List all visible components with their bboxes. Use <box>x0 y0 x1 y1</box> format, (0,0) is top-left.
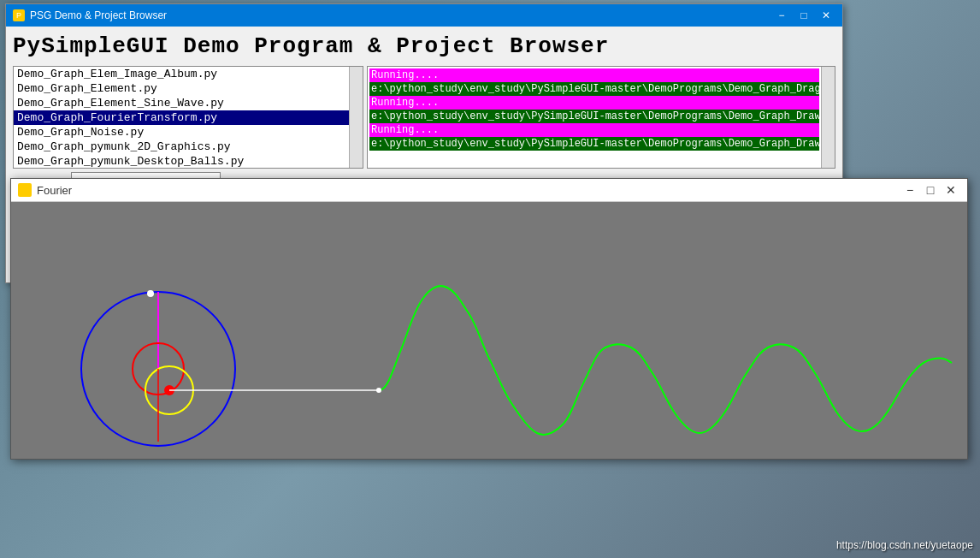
file-list-container: Demo_Graph_Elem_Image_Album.pyDemo_Graph… <box>13 66 363 169</box>
watermark: https://blog.csdn.net/yuetaope <box>836 539 973 551</box>
desktop: P PSG Demo & Project Browser − □ ✕ PySim… <box>0 0 980 558</box>
file-list-item[interactable]: Demo_Graph_pymunk_2D_Graphics.py <box>14 140 363 154</box>
output-lines: Running....e:\python_study\env_study\PyS… <box>368 67 835 152</box>
output-scrollbar[interactable] <box>821 67 835 168</box>
output-line: e:\python_study\env_study\PySimpleGUI-ma… <box>369 110 819 123</box>
titlebar-left: P PSG Demo & Project Browser <box>13 9 167 21</box>
output-line: e:\python_study\env_study\PySimpleGUI-ma… <box>369 137 819 151</box>
psg-close-button[interactable]: ✕ <box>817 8 835 23</box>
output-line: Running.... <box>369 96 819 110</box>
file-list-item[interactable]: Demo_Graph_Noise.py <box>14 125 363 140</box>
psg-minimize-button[interactable]: − <box>772 8 791 23</box>
psg-window-icon: P <box>13 9 25 21</box>
psg-titlebar: P PSG Demo & Project Browser − □ ✕ <box>6 4 842 27</box>
fourier-maximize-button[interactable]: □ <box>921 182 940 198</box>
file-list: Demo_Graph_Elem_Image_Album.pyDemo_Graph… <box>14 67 363 169</box>
psg-maximize-button[interactable]: □ <box>794 8 813 23</box>
output-line: Running.... <box>369 68 819 82</box>
wave-connection-dot <box>376 388 381 393</box>
fourier-close-button[interactable]: ✕ <box>942 182 960 198</box>
fourier-minimize-button[interactable]: − <box>900 182 919 198</box>
titlebar-controls: − □ ✕ <box>772 8 835 23</box>
fourier-window: Fourier − □ ✕ <box>10 178 968 460</box>
top-white-dot <box>147 290 154 297</box>
psg-main-area: Demo_Graph_Elem_Image_Album.pyDemo_Graph… <box>13 66 835 169</box>
output-panel: Running....e:\python_study\env_study\PyS… <box>367 66 835 169</box>
fourier-window-title: Fourier <box>37 184 72 197</box>
fourier-svg <box>11 202 967 459</box>
fourier-window-icon <box>18 183 32 197</box>
file-list-item[interactable]: Demo_Graph_pymunk_Desktop_Balls.py <box>14 154 363 169</box>
file-list-scrollbar[interactable] <box>349 67 363 168</box>
file-list-item[interactable]: Demo_Graph_Element.py <box>14 81 363 96</box>
psg-heading: PySimpleGUI Demo Program & Project Brows… <box>13 33 835 59</box>
file-list-item[interactable]: Demo_Graph_Element_Sine_Wave.py <box>14 96 363 110</box>
output-line: e:\python_study\env_study\PySimpleGUI-ma… <box>369 82 819 96</box>
output-line: Running.... <box>369 123 819 137</box>
file-list-item[interactable]: Demo_Graph_Elem_Image_Album.py <box>14 67 363 81</box>
fourier-controls: − □ ✕ <box>900 182 960 198</box>
fourier-titlebar: Fourier − □ ✕ <box>11 179 967 202</box>
psg-window-title: PSG Demo & Project Browser <box>30 9 167 21</box>
fourier-canvas <box>11 202 967 459</box>
fourier-wave <box>379 286 952 435</box>
fourier-titlebar-left: Fourier <box>18 183 72 197</box>
file-list-item[interactable]: Demo_Graph_FourierTransform.py <box>14 110 363 125</box>
